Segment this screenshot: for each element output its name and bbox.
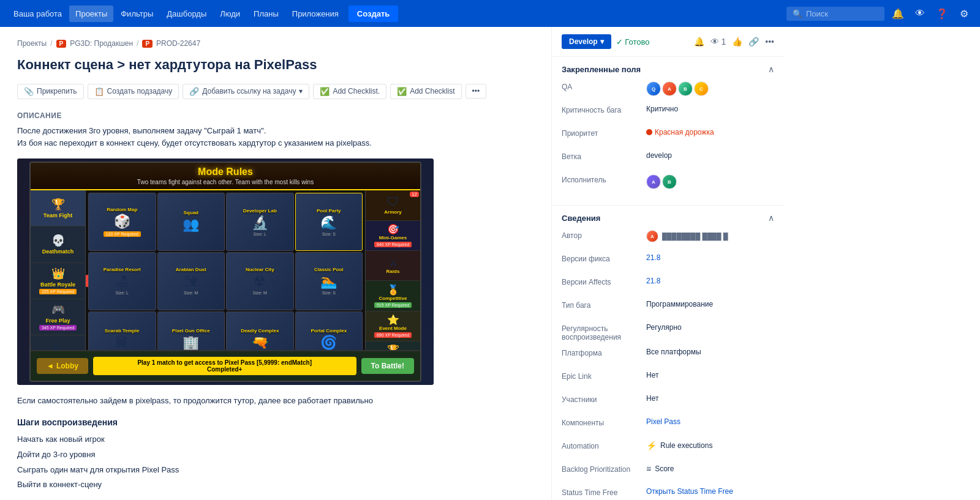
- nav-plans[interactable]: Планы: [247, 6, 285, 22]
- game-title: Mode Rules: [38, 166, 413, 177]
- grid-nuclear-city[interactable]: Nuclear City ☢ Size: M: [226, 252, 294, 310]
- search-icon: 🔍: [793, 9, 802, 18]
- bell-icon[interactable]: 🔔: [694, 37, 704, 47]
- mode-competitive[interactable]: 🏅 Competitive 515 XP Required: [366, 281, 420, 311]
- paradise-resort-size: Size: L: [116, 291, 129, 295]
- pinned-fields-title: Закрепленные поля: [562, 65, 641, 74]
- mode-raids[interactable]: ⚔ Raids: [366, 251, 420, 281]
- description-label: Описание: [17, 111, 534, 120]
- pixel-pass-sub: Completed+: [99, 366, 350, 373]
- to-battle-button[interactable]: To Battle!: [361, 358, 414, 374]
- breadcrumb-issue[interactable]: P PROD-22647: [142, 39, 200, 48]
- lobby-label: Lobby: [56, 362, 78, 370]
- more-icon[interactable]: •••: [765, 37, 774, 47]
- game-left-modes: 🏆 Team Fight 💀 Deathmatch 👑 Battle Royal…: [31, 190, 86, 371]
- info-collapse-button[interactable]: ∧: [768, 213, 774, 223]
- developer-lab-name: Developer Lab: [243, 208, 277, 214]
- breadcrumb-project[interactable]: P PG3D: Продакшен: [56, 39, 134, 48]
- grid-pool-party[interactable]: Pool Party 🌊 Size: S: [295, 193, 363, 251]
- grid-classic-pool[interactable]: Classic Pool 🏊 Size: S: [295, 252, 363, 310]
- more-actions-button[interactable]: •••: [466, 84, 487, 99]
- settings-icon[interactable]: ⚙: [956, 5, 973, 22]
- battle-royale-xp: 225 XP Required: [39, 289, 77, 294]
- description-text: После достижения 3го уровня, выполняем з…: [17, 125, 534, 151]
- pinned-fields-section: Закрепленные поля ∧ QA Q A B C Критичнос…: [552, 57, 784, 206]
- share-icon[interactable]: 🔗: [748, 37, 759, 47]
- qa-label: QA: [562, 81, 641, 91]
- attach-button[interactable]: 📎 Прикрепить: [17, 84, 84, 99]
- nav-people[interactable]: Люди: [214, 6, 246, 22]
- lobby-button[interactable]: ◄ Lobby: [37, 358, 88, 374]
- author-label: Автор: [562, 230, 641, 240]
- nav-your-work[interactable]: Ваша работа: [7, 6, 68, 22]
- epic-field: Epic Link Нет: [562, 371, 774, 388]
- grid-arabian-dust[interactable]: Arabian Dust 🏜 Size: M: [157, 252, 225, 310]
- mode-team-fight[interactable]: 🏆 Team Fight: [31, 190, 85, 226]
- automation-text: Rule executions: [660, 441, 712, 450]
- breadcrumb-issue-link[interactable]: PROD-22647: [156, 39, 200, 48]
- watch-count: 👁 1: [710, 37, 726, 47]
- info-title: Сведения: [562, 214, 600, 223]
- help-icon[interactable]: ❓: [933, 5, 951, 22]
- mode-deathmatch[interactable]: 💀 Deathmatch: [31, 226, 85, 263]
- participants-field: Участники Нет: [562, 394, 774, 411]
- assignee-value: A B: [646, 174, 677, 189]
- assignee-label: Исполнитель: [562, 174, 641, 184]
- add-link-button[interactable]: 🔗 Добавить ссылку на задачу ▾: [183, 84, 309, 99]
- eye-icon[interactable]: 👁: [911, 5, 929, 22]
- right-sidebar: Develop ▾ ✓ Готово 🔔 👁 1 👍 🔗 ••• Закрепл…: [551, 27, 784, 500]
- like-icon[interactable]: 👍: [732, 37, 742, 47]
- grid-developer-lab[interactable]: Developer Lab 🔬 Size: L: [226, 193, 294, 251]
- mode-mini-games[interactable]: 🎯 Mini-Games 840 XP Required: [366, 221, 420, 251]
- grid-paradise-resort[interactable]: Paradise Resort 🏖 Size: L: [88, 252, 156, 310]
- game-image-container: Mode Rules Two teams fight against each …: [17, 159, 434, 385]
- team-fight-label: Team Fight: [43, 212, 72, 218]
- add-checklist1-button[interactable]: ✅ Add Checklist.: [313, 84, 386, 99]
- link-icon: 🔗: [189, 87, 199, 96]
- nuclear-city-size: Size: M: [253, 291, 267, 295]
- search-box[interactable]: 🔍 Поиск: [786, 7, 884, 21]
- repro-value: Регулярно: [646, 323, 682, 332]
- create-subtask-button[interactable]: 📋 Создать подзадачу: [88, 84, 179, 99]
- game-body: ▶ 🏆 Team Fight 💀 Deathmatch: [31, 190, 420, 371]
- mode-free-play[interactable]: 🎮 Free Play 345 XP Required: [31, 299, 85, 335]
- nav-apps[interactable]: Приложения: [286, 6, 345, 22]
- step-1: Начать как новый игрок: [17, 432, 534, 447]
- develop-button[interactable]: Develop ▾: [562, 34, 611, 49]
- qa-value: Q A B C: [646, 81, 709, 96]
- deadly-complex-name: Deadly Complex: [241, 328, 279, 334]
- nav-dashboards[interactable]: Дашборды: [160, 6, 213, 22]
- create-button[interactable]: Создать: [349, 6, 398, 22]
- pixel-pass-text: Play 1 match to get access to Pixel Pass…: [99, 359, 350, 366]
- mode-battle-royale[interactable]: 👑 Battle Royale 225 XP Required: [31, 263, 85, 299]
- breadcrumb-sep-2: /: [137, 39, 138, 48]
- assignee-avatar-2: B: [662, 174, 677, 189]
- breadcrumb-project-link[interactable]: PG3D: Продакшен: [70, 39, 133, 48]
- branch-label: Ветка: [562, 151, 641, 161]
- grid-random-map[interactable]: Random Map 🎲 120 XP Required: [88, 193, 156, 251]
- mode-event[interactable]: ⭐ Event Mode 690 XP Required: [366, 312, 420, 341]
- pinned-collapse-button[interactable]: ∧: [768, 64, 774, 74]
- nav-filters[interactable]: Фильтры: [115, 6, 159, 22]
- grid-squad[interactable]: Squad 👥: [157, 193, 225, 251]
- affects-version-value[interactable]: 21.8: [646, 277, 660, 285]
- affects-version-field: Версии Affects 21.8: [562, 277, 774, 294]
- nav-projects[interactable]: Проекты: [69, 6, 113, 22]
- priority-field: Приоритет Красная дорожка: [562, 128, 774, 145]
- notifications-icon[interactable]: 🔔: [889, 5, 907, 22]
- pixel-gun-office-icon: 🏢: [183, 335, 199, 351]
- attach-icon: 📎: [24, 87, 34, 96]
- components-value[interactable]: Pixel Pass: [646, 417, 680, 426]
- assignee-avatar: A: [646, 174, 661, 189]
- add-checklist2-button[interactable]: ✅ Add Checklist: [390, 84, 461, 99]
- mini-games-badge: 840 XP Required: [374, 242, 412, 247]
- breadcrumb-projects-link[interactable]: Проекты: [17, 39, 47, 48]
- author-name: ████████ ████ █: [662, 233, 728, 240]
- fix-version-value[interactable]: 21.8: [646, 253, 660, 262]
- arabian-dust-size: Size: M: [184, 291, 198, 295]
- status-time-value[interactable]: Открыть Status Time Free: [646, 487, 733, 496]
- severity-value: Критично: [646, 105, 678, 113]
- scarab-temple-icon: 🏛: [115, 335, 129, 351]
- priority-value: Красная дорожка: [646, 128, 714, 136]
- mode-armory[interactable]: 🛡 Armory 12: [366, 190, 420, 220]
